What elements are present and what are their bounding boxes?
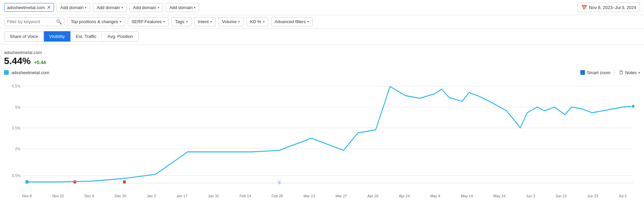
add-domain-label-3: Add domain: [133, 5, 156, 10]
tab-share-of-voice[interactable]: Share of Voice: [4, 31, 44, 42]
domain-label: adssheetmetal.com: [7, 5, 45, 10]
add-domain-button-4[interactable]: Add domain ▾: [166, 3, 199, 12]
x-label-3: Dec 20: [115, 194, 126, 198]
top-positions-label: Top positions & changes: [71, 19, 118, 24]
legend-left: adssheetmetal.com: [4, 70, 49, 75]
x-label-18: Jun 23: [587, 194, 598, 198]
close-icon[interactable]: ✕: [47, 5, 51, 10]
kd-label: KD %: [250, 19, 261, 24]
chart-section: adssheetmetal.com 5.44% +5.44 adssheetme…: [0, 45, 644, 201]
legend-checkbox-icon[interactable]: [4, 70, 9, 75]
notes-button[interactable]: 🗒 Notes ▾: [614, 70, 640, 75]
x-axis-labels: Nov 8 Nov 22 Dec 6 Dec 20 Jan 3 Jan 17 J…: [4, 193, 640, 201]
metric-tabs: Share of Voice Visibility Est. Traffic A…: [0, 29, 644, 45]
chevron-down-icon-tags: ▾: [186, 20, 188, 23]
add-domain-button-1[interactable]: Add domain ▾: [57, 3, 90, 12]
date-range-label: Nov 8, 2023–Jul 3, 2024: [589, 5, 636, 10]
x-label-5: Jan 17: [176, 194, 187, 198]
x-label-10: Mar 27: [335, 194, 347, 198]
chevron-down-icon-top-pos: ▾: [120, 20, 121, 23]
tags-label: Tags: [175, 19, 184, 24]
legend-domain-label: adssheetmetal.com: [11, 70, 49, 75]
advanced-filters[interactable]: Advanced filters ▾: [271, 17, 313, 26]
chevron-down-icon-serp: ▾: [163, 20, 165, 23]
x-label-16: Jun 3: [526, 194, 535, 198]
chevron-down-icon-1: ▾: [85, 6, 87, 9]
x-label-17: Jun 13: [555, 194, 567, 198]
chevron-down-icon-intent: ▾: [210, 20, 212, 23]
chart-svg: .grid-line { stroke: #e8e8e8; stroke-wid…: [4, 79, 640, 193]
add-domain-label-1: Add domain: [60, 5, 84, 10]
advanced-filters-label: Advanced filters: [275, 19, 306, 24]
chevron-down-icon-3: ▾: [158, 6, 159, 9]
volume-filter[interactable]: Volume ▾: [218, 17, 244, 26]
svg-point-16: [632, 104, 635, 108]
smart-zoom-label: Smart zoom: [587, 70, 610, 75]
top-bar: adssheetmetal.com ✕ Add domain ▾ Add dom…: [0, 0, 644, 15]
x-label-9: Mar 13: [304, 194, 315, 198]
tags-filter[interactable]: Tags ▾: [171, 17, 191, 26]
chevron-down-icon-notes: ▾: [638, 71, 640, 74]
chevron-down-icon-advanced: ▾: [307, 20, 309, 23]
svg-text:5%: 5%: [15, 105, 21, 110]
volume-label: Volume: [222, 19, 236, 24]
smart-zoom-check-icon: [580, 70, 585, 75]
x-label-1: Nov 22: [52, 194, 64, 198]
x-label-4: Jan 3: [147, 194, 156, 198]
intent-filter[interactable]: Intent ▾: [194, 17, 216, 26]
svg-text:2%: 2%: [15, 147, 21, 152]
chevron-down-icon-4: ▾: [194, 6, 196, 9]
x-label-7: Feb 14: [239, 194, 251, 198]
smart-zoom-toggle[interactable]: Smart zoom: [580, 70, 610, 75]
x-label-13: May 4: [430, 194, 440, 198]
serp-features-label: SERP Features: [131, 19, 162, 24]
add-domain-label-4: Add domain: [169, 5, 193, 10]
notes-icon: 🗒: [619, 70, 624, 75]
x-label-14: May 14: [461, 194, 473, 198]
serp-features-filter[interactable]: SERP Features ▾: [128, 17, 169, 26]
intent-label: Intent: [198, 19, 209, 24]
domain-tag[interactable]: adssheetmetal.com ✕: [4, 3, 54, 12]
tab-avg-position[interactable]: Avg. Position: [102, 31, 139, 42]
top-positions-filter[interactable]: Top positions & changes ▾: [67, 17, 125, 26]
x-label-15: May 24: [493, 194, 505, 198]
x-label-6: Jan 31: [208, 194, 219, 198]
filter-bar: 🔍 Top positions & changes ▾ SERP Feature…: [0, 15, 644, 29]
keyword-filter[interactable]: 🔍: [4, 17, 64, 26]
svg-rect-12: [123, 181, 126, 184]
metric-change: +5.44: [34, 60, 46, 65]
svg-text:3.5%: 3.5%: [12, 125, 20, 131]
line-chart-path: [27, 87, 633, 182]
chevron-down-icon-2: ▾: [121, 6, 123, 9]
svg-text:0.5%: 0.5%: [12, 173, 20, 178]
line-chart: .grid-line { stroke: #e8e8e8; stroke-wid…: [4, 79, 640, 193]
add-domain-button-2[interactable]: Add domain ▾: [93, 3, 126, 12]
x-label-2: Dec 6: [85, 194, 94, 198]
chart-legend: adssheetmetal.com Smart zoom 🗒 Notes ▾: [4, 66, 640, 77]
legend-right: Smart zoom 🗒 Notes ▾: [580, 70, 640, 75]
kd-filter[interactable]: KD % ▾: [246, 17, 268, 26]
svg-text:6.5%: 6.5%: [12, 84, 20, 89]
search-icon[interactable]: 🔍: [56, 19, 62, 24]
top-bar-left: adssheetmetal.com ✕ Add domain ▾ Add dom…: [4, 3, 199, 12]
x-label-0: Nov 8: [22, 194, 32, 198]
calendar-icon: 📅: [581, 5, 587, 10]
tab-est-traffic[interactable]: Est. Traffic: [70, 31, 102, 42]
notes-label: Notes: [625, 70, 637, 75]
metric-value-row: 5.44% +5.44: [4, 56, 640, 66]
tab-visibility[interactable]: Visibility: [44, 31, 71, 42]
x-label-19: Jul 3: [619, 194, 627, 198]
chevron-down-icon-kd: ▾: [263, 20, 265, 23]
add-domain-label-2: Add domain: [97, 5, 120, 10]
date-range-picker[interactable]: 📅 Nov 8, 2023–Jul 3, 2024: [578, 3, 640, 12]
x-label-8: Feb 28: [271, 194, 283, 198]
svg-text:G: G: [278, 181, 281, 185]
x-label-11: Apr 10: [368, 194, 378, 198]
keyword-input[interactable]: [7, 19, 54, 24]
x-label-12: Apr 24: [399, 194, 410, 198]
metric-value: 5.44%: [4, 56, 31, 66]
add-domain-button-3[interactable]: Add domain ▾: [129, 3, 163, 12]
metric-domain-label: adssheetmetal.com: [4, 50, 640, 55]
chevron-down-icon-volume: ▾: [238, 20, 240, 23]
